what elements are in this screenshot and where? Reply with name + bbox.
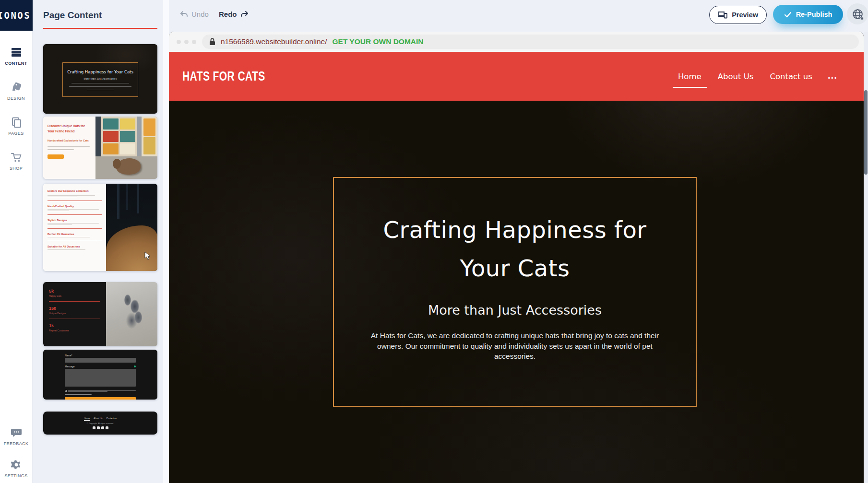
greeked-text xyxy=(68,391,107,392)
sidebar-item-content[interactable]: CONTENT xyxy=(0,46,32,66)
globe-language-button[interactable] xyxy=(847,3,868,24)
section-thumbnail-hero[interactable]: Crafting Happiness for Your Cats More th… xyxy=(43,44,157,114)
stat-value: 1k xyxy=(49,323,100,328)
canvas-scrollbar-thumb[interactable] xyxy=(864,90,868,175)
redo-button[interactable]: Redo xyxy=(219,10,249,18)
design-swatch-icon xyxy=(10,81,23,94)
sidebar-item-shop[interactable]: SHOP xyxy=(0,151,32,171)
sidebar-item-label: FEEDBACK xyxy=(4,441,29,446)
sidebar-item-design[interactable]: DESIGN xyxy=(0,81,32,101)
stat-label: Repeat Customers xyxy=(49,329,100,332)
section-thumbnail-stats[interactable]: 5k Happy Cats 150 Unique Designs 1k Repe… xyxy=(43,282,157,346)
social-icon xyxy=(106,426,108,429)
hero-title-line: Crafting Happiness for xyxy=(334,211,696,249)
sidebar-item-label: CONTENT xyxy=(5,61,27,66)
ionos-logo[interactable]: IONOS xyxy=(0,0,33,31)
sidebar-item-label: PAGES xyxy=(8,131,24,136)
site-nav-home[interactable]: Home xyxy=(677,69,702,84)
address-bar[interactable]: n1566589.websitebuilder.online/ GET YOUR… xyxy=(202,35,859,49)
sidebar-item-label: DESIGN xyxy=(7,96,25,101)
stat-label: Unique Designs xyxy=(49,312,100,315)
site-brand-logo[interactable]: HATS FOR CATS xyxy=(182,69,265,84)
panel-scrollbar[interactable] xyxy=(163,0,169,483)
content-layers-icon xyxy=(10,46,23,59)
site-nav-contact[interactable]: Contact us xyxy=(769,69,813,84)
stats-column: 5k Happy Cats 150 Unique Designs 1k Repe… xyxy=(43,282,106,346)
mini-selection-box: Crafting Happiness for Your Cats More th… xyxy=(62,62,138,97)
mini-message-label: Message xyxy=(65,365,74,368)
window-control-dots xyxy=(177,40,196,44)
preview-button[interactable]: Preview xyxy=(709,6,767,24)
canvas-scrollbar-track[interactable] xyxy=(864,32,868,483)
hero-subtitle: More than Just Accessories xyxy=(334,303,696,318)
section-thumbnail-contact-form[interactable]: Name* Message xyxy=(43,350,157,400)
collection-item-heading: Stylish Designs xyxy=(48,219,102,222)
feature-subheading: Handcrafted Exclusively for Cats xyxy=(48,139,91,142)
section-thumbnail-feature[interactable]: Discover Unique Hats for Your Feline Fri… xyxy=(43,117,157,179)
page-content-panel: Page Content Crafting Happiness for Your… xyxy=(33,0,169,483)
collection-photo-cat-fur xyxy=(106,184,157,271)
nav-link-label: Contact us xyxy=(770,72,812,81)
greeked-text xyxy=(69,86,131,87)
greeked-text xyxy=(48,209,99,210)
hero-body-line: accessories. xyxy=(334,351,696,362)
sidebar-item-label: SETTINGS xyxy=(4,473,27,478)
lock-icon xyxy=(209,38,215,46)
photo-poster-wall xyxy=(101,117,137,156)
collection-item-heading: Suitable for All Occasions xyxy=(48,245,102,248)
site-nav-about[interactable]: About Us xyxy=(717,69,755,84)
feedback-bubble-icon xyxy=(10,426,23,439)
greeked-paragraph xyxy=(48,146,91,150)
app-sidebar: IONOS CONTENT DESIGN PAGES SHOP xyxy=(0,0,33,483)
active-nav-underline xyxy=(673,87,707,88)
divider xyxy=(48,200,102,201)
feature-heading: Discover Unique Hats for Your Feline Fri… xyxy=(48,123,89,134)
sidebar-item-pages[interactable]: PAGES xyxy=(0,116,32,136)
photo-building xyxy=(95,117,101,156)
panel-title-underline xyxy=(43,28,157,29)
greeked-text xyxy=(48,237,90,237)
divider xyxy=(48,214,102,215)
mini-hero-title-line: Crafting Happiness for xyxy=(67,70,113,74)
mini-hero-title-line: Your Cats xyxy=(114,70,133,74)
collection-item-heading: Hand-Crafted Quality xyxy=(48,205,102,208)
greeked-text xyxy=(68,390,136,391)
hero-title: Crafting Happiness for Your Cats xyxy=(334,211,696,287)
greeked-text xyxy=(48,195,95,196)
section-thumbnail-list: Crafting Happiness for Your Cats More th… xyxy=(43,44,157,435)
get-domain-link[interactable]: GET YOUR OWN DOMAIN xyxy=(332,37,423,46)
preview-label: Preview xyxy=(732,11,758,19)
undo-button[interactable]: Undo xyxy=(180,10,209,18)
mini-social-icons xyxy=(93,426,108,429)
sidebar-item-feedback[interactable]: FEEDBACK xyxy=(0,426,32,446)
republish-button[interactable]: Re-Publish xyxy=(773,5,843,24)
section-thumbnail-footer[interactable]: Home About Us Contact us © Copyright. Al… xyxy=(43,412,157,435)
mini-footer-link: About Us xyxy=(94,417,103,421)
divider xyxy=(49,318,100,319)
hero-section: Crafting Happiness for Your Cats More th… xyxy=(169,101,864,483)
photo-cat-back xyxy=(106,225,157,271)
browser-chrome-bar: n1566589.websitebuilder.online/ GET YOUR… xyxy=(169,32,864,52)
sidebar-item-settings[interactable]: SETTINGS xyxy=(0,459,32,478)
panel-title: Page Content xyxy=(33,0,169,21)
mini-consent-checkbox xyxy=(65,390,67,392)
nav-link-label: About Us xyxy=(718,72,754,81)
social-icon xyxy=(101,426,104,429)
site-url[interactable]: n1566589.websitebuilder.online/ xyxy=(221,37,327,46)
collection-text-column: Explore Our Exquisite Collection Hand-Cr… xyxy=(43,184,106,271)
pages-icon xyxy=(10,116,23,129)
mini-hero-title: Crafting Happiness for Your Cats xyxy=(67,69,133,76)
section-thumbnail-collection[interactable]: Explore Our Exquisite Collection Hand-Cr… xyxy=(43,184,157,271)
nav-overflow-button[interactable]: ... xyxy=(828,72,837,81)
mini-contact-form: Name* Message xyxy=(65,354,136,400)
hero-selected-block[interactable]: Crafting Happiness for Your Cats More th… xyxy=(333,177,697,407)
social-icon xyxy=(97,426,100,429)
greeked-text xyxy=(48,146,90,147)
mini-footer-link: Home xyxy=(84,417,90,421)
website-canvas: n1566589.websitebuilder.online/ GET YOUR… xyxy=(169,32,864,483)
mini-footer-link: Contact us xyxy=(107,417,117,421)
site-nav: Home About Us Contact us ... xyxy=(677,69,837,84)
stat-value: 5k xyxy=(49,289,100,294)
mini-required-hint xyxy=(65,394,92,395)
republish-label: Re-Publish xyxy=(796,11,832,18)
